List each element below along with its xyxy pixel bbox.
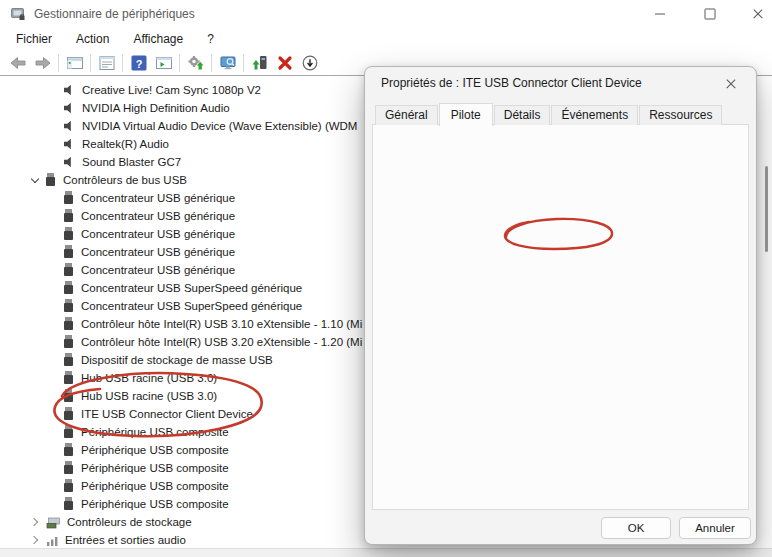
- usb-icon: [64, 335, 73, 349]
- tab-evenements[interactable]: Événements: [551, 105, 638, 125]
- tree-category-audio-io[interactable]: Entrées et sorties audio: [30, 531, 186, 548]
- toolbar-separator: [243, 54, 244, 72]
- tree-item[interactable]: Concentrateur USB générique: [64, 225, 235, 243]
- tab-details[interactable]: Détails: [494, 105, 551, 125]
- usb-icon: [64, 479, 73, 493]
- usb-icon: [64, 425, 73, 439]
- console-tree-icon[interactable]: [62, 52, 87, 74]
- close-button[interactable]: [738, 0, 772, 28]
- tab-page-pilote: [372, 124, 749, 510]
- device-manager-app-icon: [10, 6, 26, 22]
- help-icon[interactable]: ?: [126, 52, 151, 74]
- action-pane-icon[interactable]: [151, 52, 176, 74]
- chevron-right-icon[interactable]: [30, 517, 40, 527]
- svg-text:?: ?: [135, 57, 142, 69]
- tree-item[interactable]: Périphérique USB composite: [64, 495, 229, 513]
- usb-icon: [64, 389, 73, 403]
- scan-hardware-icon[interactable]: [183, 52, 208, 74]
- disable-icon[interactable]: [297, 52, 322, 74]
- audio-io-icon: [46, 534, 59, 547]
- usb-icon: [64, 443, 73, 457]
- menu-help[interactable]: ?: [195, 29, 226, 49]
- tree-item[interactable]: Périphérique USB composite: [64, 441, 229, 459]
- dialog-title: Propriétés de : ITE USB Connector Client…: [381, 76, 642, 90]
- tree-item[interactable]: Hub USB racine (USB 3.0): [64, 369, 217, 387]
- menu-bar: Fichier Action Affichage ?: [0, 28, 772, 50]
- properties-dialog: Propriétés de : ITE USB Connector Client…: [364, 66, 757, 545]
- tree-item[interactable]: Concentrateur USB générique: [64, 189, 235, 207]
- back-icon[interactable]: [5, 52, 30, 74]
- chevron-right-icon[interactable]: [30, 535, 40, 545]
- usb-icon: [64, 299, 73, 313]
- toolbar-separator: [179, 54, 180, 72]
- dialog-close-icon[interactable]: [716, 72, 746, 96]
- menu-fichier[interactable]: Fichier: [4, 29, 64, 49]
- usb-icon: [64, 317, 73, 331]
- tab-ressources[interactable]: Ressources: [639, 105, 722, 125]
- tree-item[interactable]: Contrôleur hôte Intel(R) USB 3.20 eXtens…: [64, 333, 362, 351]
- minimize-button[interactable]: [640, 0, 680, 28]
- window-bottom-edge: [0, 548, 772, 557]
- cancel-button[interactable]: Annuler: [679, 517, 751, 539]
- speaker-icon: [64, 102, 75, 114]
- speaker-icon: [64, 156, 75, 168]
- tree-item[interactable]: Realtek(R) Audio: [64, 135, 169, 153]
- toolbar-separator: [58, 54, 59, 72]
- tab-general[interactable]: Général: [375, 105, 438, 125]
- menu-affichage[interactable]: Affichage: [121, 29, 195, 49]
- toolbar-separator: [90, 54, 91, 72]
- tab-pilote[interactable]: Pilote: [439, 103, 493, 126]
- title-bar: Gestionnaire de périphériques: [0, 0, 772, 28]
- tree-item-hub-usb-racine[interactable]: Hub USB racine (USB 3.0): [64, 387, 217, 405]
- tree-item[interactable]: Dispositif de stockage de masse USB: [64, 351, 273, 369]
- speaker-icon: [64, 120, 75, 132]
- usb-icon: [64, 209, 73, 223]
- tree-category-usb-controllers[interactable]: Contrôleurs de bus USB: [30, 171, 187, 189]
- maximize-button[interactable]: [690, 0, 730, 28]
- usb-icon: [64, 407, 73, 421]
- usb-icon: [64, 281, 73, 295]
- tree-item[interactable]: Sound Blaster GC7: [64, 153, 181, 171]
- toolbar-separator: [211, 54, 212, 72]
- chevron-down-icon[interactable]: [30, 175, 40, 185]
- menu-action[interactable]: Action: [64, 29, 121, 49]
- usb-icon: [64, 191, 73, 205]
- tree-item[interactable]: Périphérique USB composite: [64, 423, 229, 441]
- tree-category-storage-controllers[interactable]: Contrôleurs de stockage: [30, 513, 192, 531]
- tree-item-ite-usb-connector[interactable]: ITE USB Connector Client Device: [64, 405, 253, 423]
- tree-item[interactable]: Concentrateur USB générique: [64, 261, 235, 279]
- properties-icon[interactable]: [94, 52, 119, 74]
- tree-item[interactable]: NVIDIA Virtual Audio Device (Wave Extens…: [64, 117, 357, 135]
- forward-icon[interactable]: [30, 52, 55, 74]
- usb-icon: [64, 353, 73, 367]
- tree-item[interactable]: Contrôleur hôte Intel(R) USB 3.10 eXtens…: [64, 315, 362, 333]
- tab-strip: Général Pilote Détails Événements Ressou…: [375, 104, 723, 125]
- tree-item[interactable]: Concentrateur USB générique: [64, 207, 235, 225]
- speaker-icon: [64, 84, 75, 96]
- tree-item[interactable]: Concentrateur USB générique: [64, 243, 235, 261]
- usb-icon: [64, 497, 73, 511]
- storage-icon: [46, 516, 61, 529]
- usb-icon: [64, 371, 73, 385]
- usb-icon: [64, 461, 73, 475]
- tree-item[interactable]: NVIDIA High Definition Audio: [64, 99, 230, 117]
- tree-scrollbar[interactable]: [765, 166, 768, 252]
- remote-computer-icon[interactable]: [215, 52, 240, 74]
- ok-button[interactable]: OK: [601, 517, 671, 539]
- tree-item[interactable]: Concentrateur USB SuperSpeed générique: [64, 279, 302, 297]
- usb-icon: [46, 173, 55, 187]
- usb-icon: [64, 263, 73, 277]
- uninstall-icon[interactable]: [272, 52, 297, 74]
- tree-item[interactable]: Concentrateur USB SuperSpeed générique: [64, 297, 302, 315]
- update-driver-icon[interactable]: [247, 52, 272, 74]
- tree-item[interactable]: Périphérique USB composite: [64, 459, 229, 477]
- tree-item[interactable]: Périphérique USB composite: [64, 477, 229, 495]
- usb-icon: [64, 245, 73, 259]
- speaker-icon: [64, 138, 75, 150]
- tree-item[interactable]: Creative Live! Cam Sync 1080p V2: [64, 81, 261, 99]
- usb-icon: [64, 227, 73, 241]
- toolbar-separator: [122, 54, 123, 72]
- window-title: Gestionnaire de périphériques: [34, 7, 195, 21]
